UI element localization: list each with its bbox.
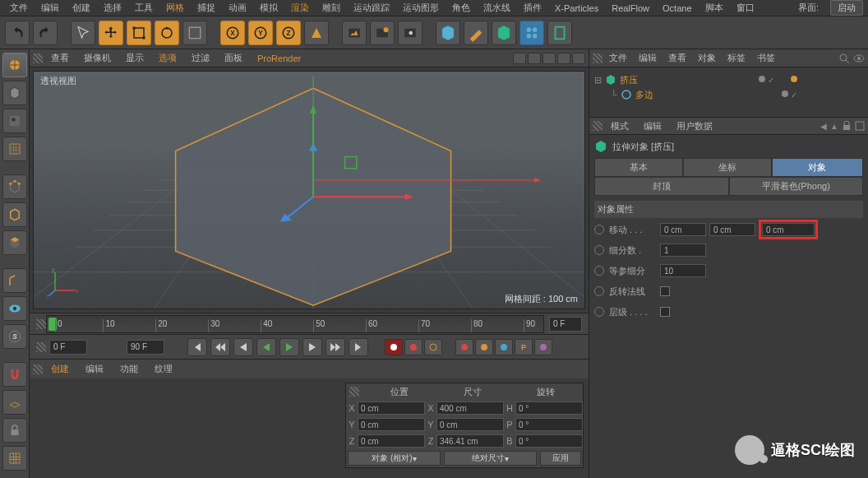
play-back-button[interactable] bbox=[256, 338, 276, 356]
radio-icon[interactable] bbox=[594, 225, 604, 234]
move-tool[interactable] bbox=[99, 21, 123, 45]
panel-grip-icon[interactable] bbox=[349, 387, 359, 397]
panel-grip-icon[interactable] bbox=[36, 342, 46, 352]
next-key-button[interactable] bbox=[326, 338, 345, 356]
menu-plugins[interactable]: 插件 bbox=[519, 0, 547, 16]
autokey-button[interactable] bbox=[404, 339, 422, 355]
om-objects[interactable]: 对象 bbox=[693, 50, 721, 66]
menu-snap[interactable]: 捕捉 bbox=[192, 0, 220, 16]
view-view[interactable]: 查看 bbox=[44, 50, 76, 66]
om-bookmarks[interactable]: 书签 bbox=[752, 50, 780, 66]
hier-checkbox[interactable] bbox=[660, 307, 670, 317]
coord-mode-select[interactable]: 对象 (相对) ▾ bbox=[348, 451, 441, 466]
history-fwd-icon[interactable]: ▲ bbox=[830, 122, 838, 131]
pos-y-field[interactable] bbox=[358, 418, 425, 431]
tab-caps[interactable]: 封顶 bbox=[594, 177, 729, 196]
om-edit[interactable]: 编辑 bbox=[634, 50, 662, 66]
lock-tool[interactable] bbox=[2, 418, 27, 443]
point-mode[interactable] bbox=[2, 174, 27, 199]
prev-key-button[interactable] bbox=[210, 338, 230, 356]
tab-texture[interactable]: 纹理 bbox=[146, 360, 181, 378]
viewport-nav-icon[interactable] bbox=[528, 53, 541, 64]
view-display[interactable]: 显示 bbox=[119, 50, 150, 66]
menu-select[interactable]: 选择 bbox=[99, 0, 127, 16]
om-view[interactable]: 查看 bbox=[663, 50, 691, 66]
model-mode[interactable] bbox=[2, 53, 27, 77]
radio-icon[interactable] bbox=[594, 266, 604, 276]
menu-sculpt[interactable]: 雕刻 bbox=[317, 0, 345, 16]
tab-func[interactable]: 功能 bbox=[112, 360, 146, 378]
panel-grip-icon[interactable] bbox=[593, 53, 603, 63]
axis-lock-z[interactable]: Z bbox=[276, 21, 301, 45]
viewport-nav-icon[interactable] bbox=[572, 53, 585, 64]
generator-subdivision[interactable] bbox=[492, 21, 516, 45]
move-z-field[interactable] bbox=[762, 223, 815, 236]
viewport-nav-icon[interactable] bbox=[557, 53, 570, 64]
key-pos-button[interactable] bbox=[455, 339, 473, 355]
view-panel[interactable]: 面板 bbox=[218, 50, 249, 66]
menu-character[interactable]: 角色 bbox=[447, 0, 475, 16]
move-y-field[interactable] bbox=[709, 223, 755, 236]
newwin-icon[interactable] bbox=[855, 121, 865, 131]
size-x-field[interactable] bbox=[436, 401, 504, 415]
edge-mode[interactable] bbox=[2, 202, 27, 227]
key-scale-button[interactable] bbox=[475, 339, 493, 355]
menu-xparticles[interactable]: X-Particles bbox=[550, 2, 603, 15]
lock-icon[interactable] bbox=[842, 121, 852, 131]
attr-edit[interactable]: 编辑 bbox=[637, 118, 668, 134]
menu-file[interactable]: 文件 bbox=[5, 0, 33, 16]
tab-object[interactable]: 对象 bbox=[772, 158, 863, 177]
rotate-tool[interactable] bbox=[155, 21, 179, 45]
timeline-ruler[interactable]: 0 10 20 30 40 50 60 70 80 90 bbox=[46, 315, 544, 333]
spline-pen[interactable] bbox=[464, 21, 488, 45]
apply-button[interactable]: 应用 bbox=[540, 451, 581, 466]
tree-item-extrude[interactable]: ⊟ 挤压 ✓ bbox=[594, 72, 863, 87]
perspective-viewport[interactable]: 透视视图 bbox=[33, 71, 585, 309]
menu-tracker[interactable]: 运动跟踪 bbox=[349, 0, 395, 16]
axis-tool[interactable] bbox=[2, 268, 27, 293]
menu-render[interactable]: 渲染 bbox=[286, 0, 314, 16]
coord-system[interactable] bbox=[304, 21, 329, 45]
workplane-tool[interactable] bbox=[2, 390, 27, 415]
om-tags[interactable]: 标签 bbox=[723, 50, 750, 66]
rot-p-field[interactable] bbox=[515, 418, 583, 431]
generator-array[interactable] bbox=[519, 21, 544, 45]
menu-script[interactable]: 脚本 bbox=[700, 0, 728, 16]
flip-checkbox[interactable] bbox=[660, 286, 670, 296]
tab-basic[interactable]: 基本 bbox=[594, 158, 683, 177]
object-tree[interactable]: ⊟ 挤压 ✓ └ 多边 ✓ bbox=[589, 67, 868, 117]
render-pv[interactable] bbox=[370, 21, 395, 45]
grid-tool[interactable] bbox=[2, 446, 27, 471]
undo-button[interactable] bbox=[5, 21, 30, 45]
tab-phong[interactable]: 平滑着色(Phong) bbox=[729, 177, 864, 196]
view-options[interactable]: 选项 bbox=[152, 50, 183, 66]
radio-icon[interactable] bbox=[594, 286, 604, 296]
om-file[interactable]: 文件 bbox=[604, 50, 632, 66]
move-x-field[interactable] bbox=[660, 223, 706, 236]
viewport-nav-icon[interactable] bbox=[513, 53, 526, 64]
axis-lock-x[interactable]: X bbox=[220, 21, 245, 45]
texture-mode[interactable] bbox=[2, 109, 27, 133]
goto-start-button[interactable] bbox=[187, 338, 207, 356]
history-back-icon[interactable]: ◀ bbox=[820, 122, 827, 131]
range-start-field[interactable] bbox=[49, 340, 87, 355]
attr-mode[interactable]: 模式 bbox=[604, 118, 635, 134]
rot-b-field[interactable] bbox=[515, 434, 583, 448]
panel-grip-icon[interactable] bbox=[593, 121, 603, 131]
view-cameras[interactable]: 摄像机 bbox=[77, 50, 118, 66]
axis-lock-y[interactable]: Y bbox=[248, 21, 273, 45]
last-tool[interactable] bbox=[182, 21, 207, 45]
size-z-field[interactable] bbox=[436, 434, 504, 448]
menu-realflow[interactable]: RealFlow bbox=[607, 2, 654, 15]
eye-icon[interactable] bbox=[853, 53, 865, 64]
current-frame-field[interactable] bbox=[549, 317, 582, 332]
search-icon[interactable] bbox=[838, 53, 850, 64]
keysel-button[interactable] bbox=[424, 339, 442, 355]
key-param-button[interactable]: P bbox=[515, 339, 533, 355]
poly-mode[interactable] bbox=[2, 230, 27, 255]
object-mode[interactable] bbox=[2, 81, 27, 105]
record-button[interactable] bbox=[385, 339, 403, 355]
tab-edit[interactable]: 编辑 bbox=[77, 360, 112, 378]
next-frame-button[interactable] bbox=[302, 338, 322, 356]
redo-button[interactable] bbox=[33, 21, 58, 45]
